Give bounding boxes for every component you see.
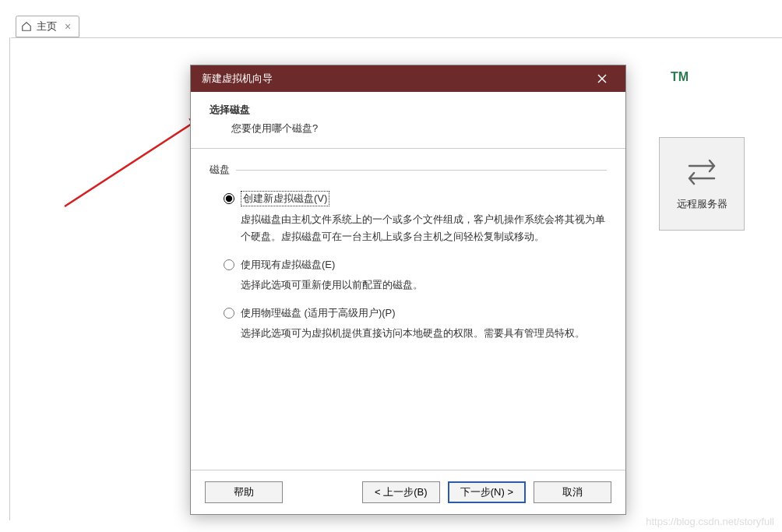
dialog-header-subtitle: 您要使用哪个磁盘? [210,122,607,136]
radio-existing[interactable] [224,259,234,270]
dialog-titlebar: 新建虚拟机向导 [191,65,625,92]
dialog-footer: 帮助 < 上一步(B) 下一步(N) > 取消 [191,470,625,514]
dialog-body: 磁盘 创建新虚拟磁盘(V) 虚拟磁盘由主机文件系统上的一个或多个文件组成，客户机… [191,149,625,470]
dialog-header-title: 选择磁盘 [210,103,607,117]
radio-create-new[interactable] [224,193,234,204]
radio-label: 创建新虚拟磁盘(V) [241,191,329,206]
back-button[interactable]: < 上一步(B) [362,481,440,503]
home-icon [21,21,32,32]
radio-label: 使用物理磁盘 (适用于高级用户)(P) [241,306,396,320]
trademark-label: TM [671,70,689,84]
help-button[interactable]: 帮助 [205,481,283,503]
disk-group-label: 磁盘 [210,163,607,177]
radio-option-create-new[interactable]: 创建新虚拟磁盘(V) 虚拟磁盘由主机文件系统上的一个或多个文件组成，客户机操作系… [224,191,607,245]
remote-server-label: 远程服务器 [677,197,727,211]
wizard-dialog: 新建虚拟机向导 选择磁盘 您要使用哪个磁盘? 磁盘 创建新虚拟磁盘(V) 虚拟磁… [190,65,626,515]
tab-label: 主页 [37,19,57,33]
watermark: https://blog.csdn.net/storyfull [646,516,774,527]
transfer-icon [685,157,719,188]
radio-description: 选择此选项可重新使用以前配置的磁盘。 [224,277,607,294]
divider [9,37,10,520]
dialog-close-button[interactable] [586,68,618,90]
remote-server-card[interactable]: 远程服务器 [659,137,745,231]
radio-option-physical[interactable]: 使用物理磁盘 (适用于高级用户)(P) 选择此选项可为虚拟机提供直接访问本地硬盘… [224,306,607,342]
dialog-header: 选择磁盘 您要使用哪个磁盘? [191,92,625,149]
radio-label: 使用现有虚拟磁盘(E) [241,258,335,272]
next-button[interactable]: 下一步(N) > [448,481,526,503]
tab-home[interactable]: 主页 × [16,16,79,37]
radio-description: 选择此选项可为虚拟机提供直接访问本地硬盘的权限。需要具有管理员特权。 [224,325,607,342]
cancel-button[interactable]: 取消 [534,481,611,503]
dialog-title: 新建虚拟机向导 [202,72,273,86]
radio-physical[interactable] [224,308,234,319]
close-icon[interactable]: × [65,20,71,33]
radio-option-existing[interactable]: 使用现有虚拟磁盘(E) 选择此选项可重新使用以前配置的磁盘。 [224,258,607,294]
radio-description: 虚拟磁盘由主机文件系统上的一个或多个文件组成，客户机操作系统会将其视为单个硬盘。… [224,211,607,245]
